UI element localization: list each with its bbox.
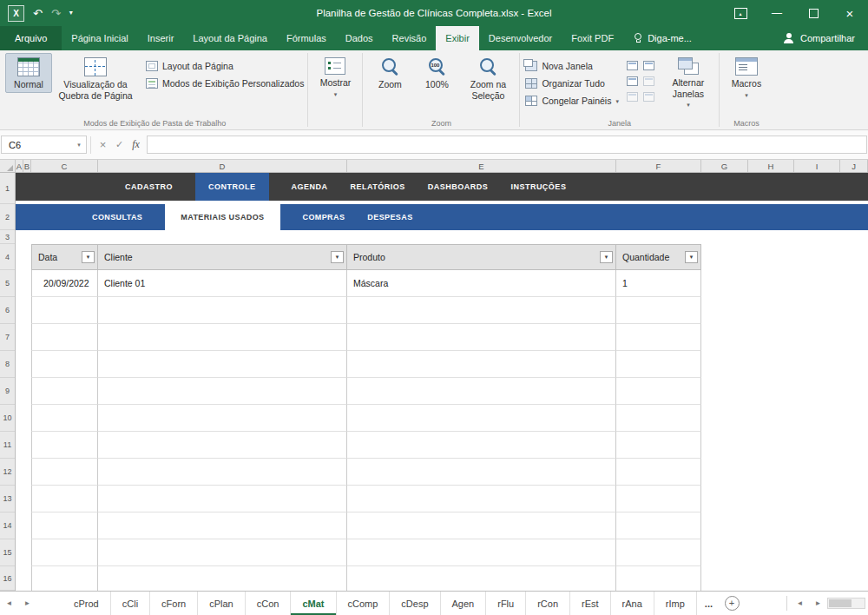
page-layout-button[interactable]: Layout da Página [146,61,304,71]
table-cell[interactable]: 20/09/2022 [31,270,98,297]
table-cell[interactable] [31,432,98,459]
sheet-tab-cmat[interactable]: cMat [291,592,336,615]
redo-icon[interactable]: ↷ [51,8,61,19]
sheet-canvas[interactable]: CADASTROCONTROLEAGENDARELATÓRIOSDASHBOAR… [16,173,868,591]
table-cell[interactable] [31,378,98,405]
formula-input[interactable] [147,136,867,154]
table-cell[interactable] [616,432,701,459]
table-cell[interactable] [98,512,347,539]
column-header-a[interactable]: A [16,160,23,172]
column-header-c[interactable]: C [31,160,98,172]
table-cell[interactable] [31,351,98,378]
row-header-6[interactable]: 6 [0,297,15,324]
cancel-icon[interactable] [95,136,111,154]
row-header-12[interactable]: 12 [0,459,15,486]
normal-view-button[interactable]: Normal [5,53,52,93]
table-cell[interactable] [616,351,701,378]
restore-icon[interactable] [795,0,832,26]
ribbon-tab-pagina-inicial[interactable]: Página Inicial [62,26,137,50]
table-cell[interactable] [31,405,98,432]
table-cell[interactable] [98,378,347,405]
row-header-14[interactable]: 14 [0,512,15,539]
zoom-100-button[interactable]: 100 100% [413,53,460,93]
table-cell[interactable] [98,539,347,566]
row-header-13[interactable]: 13 [0,486,15,512]
new-sheet-button[interactable] [720,592,743,615]
hscroll-right-icon[interactable] [809,592,827,615]
horizontal-scrollbar[interactable] [827,598,865,609]
menu-item-cadastro[interactable]: CADASTRO [125,173,173,201]
ribbon-tab-exibir[interactable]: Exibir [436,26,479,50]
table-cell[interactable] [616,405,701,432]
sheet-tab-rflu[interactable]: rFlu [486,592,526,615]
name-box-dropdown-icon[interactable] [72,142,86,149]
table-cell[interactable] [347,459,616,486]
row-header-9[interactable]: 9 [0,378,15,405]
custom-views-button[interactable]: Modos de Exibição Personalizados [146,78,304,89]
tell-me-box[interactable]: Diga-me... [623,26,702,50]
row-header-3[interactable]: 3 [0,230,15,244]
table-header-quantidade[interactable]: Quantidade [616,244,701,270]
filter-icon-quantidade[interactable] [685,251,698,263]
table-cell[interactable] [347,512,616,539]
qat-customize-icon[interactable]: ▾ [69,10,73,17]
submenu-item-materiais-usados[interactable]: MATERIAIS USADOS [165,204,279,230]
zoom-to-selection-button[interactable]: Zoom na Seleção [460,53,516,103]
menu-item-agenda[interactable]: AGENDA [292,173,328,201]
sheet-tab-cprod[interactable]: cProd [62,592,111,615]
row-header-8[interactable]: 8 [0,351,15,378]
filter-icon-cliente[interactable] [331,251,344,263]
row-header-11[interactable]: 11 [0,432,15,459]
table-cell[interactable] [616,324,701,351]
ribbon-tab-inserir[interactable]: Inserir [138,26,184,50]
switch-windows-button[interactable]: Alternar Janelas [661,53,715,110]
macros-button[interactable]: Macros [723,53,770,101]
reset-window-position-icon[interactable] [643,92,654,102]
menu-item-dashboards[interactable]: DASHBOARDS [428,173,489,201]
menu-item-relatorios[interactable]: RELATÓRIOS [351,173,405,201]
column-header-f[interactable]: F [616,160,701,172]
table-cell[interactable] [347,566,616,591]
ribbon-tab-desenvolvedor[interactable]: Desenvolvedor [479,26,562,50]
page-break-preview-button[interactable]: Visualização da Quebra de Página [52,53,139,103]
sheet-tab-ccon[interactable]: cCon [246,592,292,615]
row-header-16[interactable]: 16 [0,566,15,591]
split-icon[interactable] [627,61,638,70]
table-cell[interactable] [347,405,616,432]
table-cell[interactable] [98,405,347,432]
menu-item-instrucoes[interactable]: INSTRUÇÕES [510,173,566,201]
table-cell[interactable] [31,512,98,539]
sheet-tab-ccomp[interactable]: cComp [337,592,391,615]
ribbon-tab-dados[interactable]: Dados [336,26,383,50]
table-cell[interactable] [31,566,98,591]
sheet-nav-left-icon[interactable] [0,592,18,615]
table-cell[interactable] [347,297,616,324]
table-cell[interactable] [616,486,701,512]
synchronous-scrolling-icon[interactable] [643,76,654,86]
table-cell[interactable] [616,539,701,566]
submenu-item-despesas[interactable]: DESPESAS [367,204,412,230]
sheet-tabs-overflow[interactable]: ... [697,592,720,615]
table-cell[interactable] [98,432,347,459]
table-cell[interactable] [616,512,701,539]
row-header-1[interactable]: 1 [0,173,15,204]
sheet-tab-cdesp[interactable]: cDesp [390,592,440,615]
ribbon-tab-layout-da-pagina[interactable]: Layout da Página [183,26,277,50]
close-icon[interactable]: × [832,0,868,26]
select-all-corner[interactable] [0,160,16,172]
file-tab[interactable]: Arquivo [0,26,62,50]
minimize-icon[interactable]: — [759,0,795,26]
name-box[interactable]: C6 [1,136,87,154]
table-header-cliente[interactable]: Cliente [98,244,347,270]
column-header-e[interactable]: E [347,160,616,172]
row-header-5[interactable]: 5 [0,270,15,297]
table-cell[interactable] [31,297,98,324]
sheet-nav-right-icon[interactable] [18,592,36,615]
unhide-window-icon[interactable] [627,92,638,102]
table-cell[interactable] [98,459,347,486]
table-cell[interactable] [31,486,98,512]
table-cell[interactable]: 1 [616,270,701,297]
column-header-h[interactable]: H [748,160,794,172]
table-cell[interactable] [616,459,701,486]
table-cell[interactable] [31,324,98,351]
